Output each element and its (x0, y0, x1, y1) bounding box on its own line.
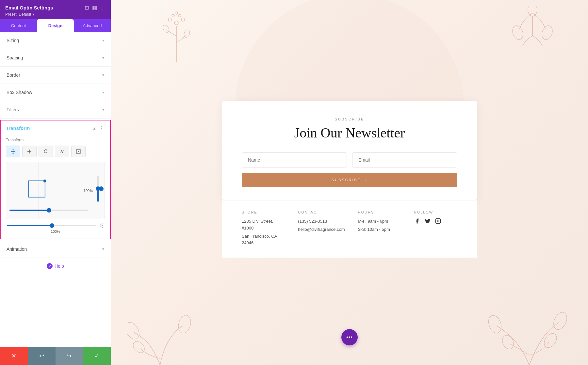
spacing-header[interactable]: Spacing ▾ (0, 49, 111, 66)
twitter-icon[interactable] (425, 218, 431, 225)
page-canvas: SUBSCRIBE Join Our Newsletter SUBSCRIBE … (111, 0, 588, 365)
border-section: Border ▾ (0, 67, 111, 84)
hours-weekend: S-S: 10am - 5pm (358, 226, 401, 233)
store-line2: San Francisco, CA 24946 (242, 233, 285, 247)
slider-x-value: 100% (84, 189, 93, 193)
svg-point-13 (162, 24, 170, 34)
footer-store: STORE 1235 Divi Street, #1000 San Franci… (242, 210, 285, 248)
form-row (242, 152, 457, 167)
transform-more-icon[interactable]: ⋮ (99, 125, 105, 131)
svg-point-18 (127, 320, 142, 341)
boxshadow-chevron: ▾ (102, 90, 104, 95)
redo-button[interactable]: ↪ (56, 347, 83, 365)
animation-header[interactable]: Animation ▾ (0, 241, 111, 258)
floral-top-left (150, 10, 203, 75)
spacing-section: Spacing ▾ (0, 49, 111, 67)
filters-header[interactable]: Filters ▾ (0, 101, 111, 118)
transform-header[interactable]: Transform ▲ ⋮ (1, 120, 110, 136)
sizing-label: Sizing (7, 38, 19, 43)
floral-bottom-right (477, 277, 581, 365)
transform-move-btn[interactable] (6, 146, 20, 157)
slider-y-value: 100% (6, 230, 105, 233)
cancel-button[interactable]: ✕ (0, 347, 28, 365)
tab-advanced[interactable]: Advanced (74, 19, 111, 32)
svg-point-24 (500, 333, 516, 351)
fab-dots: ••• (346, 335, 353, 340)
panel-scroll-area: Sizing ▾ Spacing ▾ Border ▾ Box Shadow ▾ (0, 32, 111, 365)
footer-follow: FOLLOW (414, 210, 457, 248)
svg-point-21 (551, 310, 569, 332)
border-header[interactable]: Border ▾ (0, 67, 111, 84)
transform-icon-buttons (6, 146, 105, 157)
tab-content[interactable]: Content (0, 19, 37, 32)
svg-point-20 (131, 339, 147, 355)
canvas-transform-box[interactable] (28, 180, 45, 197)
layout-icon[interactable]: ▦ (92, 5, 97, 11)
floral-top-right (503, 7, 562, 72)
footer-section: STORE 1235 Divi Street, #1000 San Franci… (222, 200, 477, 258)
transform-collapse-icon[interactable]: ▲ (92, 126, 96, 131)
transform-title: Transform (6, 125, 30, 131)
help-icon: ? (47, 263, 53, 269)
boxshadow-section: Box Shadow ▾ (0, 84, 111, 101)
social-icons (414, 218, 457, 225)
preset-selector[interactable]: Preset: Default ▾ (5, 12, 106, 17)
help-button[interactable]: ? Help (0, 258, 111, 274)
tab-design[interactable]: Design (37, 19, 74, 32)
transform-rotate-btn[interactable] (39, 146, 53, 157)
boxshadow-header[interactable]: Box Shadow ▾ (0, 84, 111, 101)
transform-skew-btn[interactable] (55, 146, 69, 157)
border-chevron: ▾ (102, 73, 104, 77)
transform-scale-btn[interactable] (22, 146, 37, 157)
store-line1: 1235 Divi Street, #1000 (242, 218, 285, 232)
bottom-action-bar: ✕ ↩ ↪ ✓ (0, 347, 111, 365)
fullscreen-icon[interactable]: ⊡ (85, 5, 89, 11)
fab-button[interactable]: ••• (341, 329, 358, 345)
panel-header-actions: ⊡ ▦ ⋮ (85, 5, 106, 11)
store-title: STORE (242, 210, 285, 214)
footer-hours: HOURS M-F: 9am - 6pm S-S: 10am - 5pm (358, 210, 401, 248)
sizing-chevron: ▾ (102, 38, 104, 43)
svg-point-15 (540, 24, 554, 41)
contact-title: CONTACT (298, 210, 345, 214)
svg-point-17 (528, 7, 537, 16)
transform-body: Transform (1, 136, 110, 239)
svg-point-9 (172, 14, 174, 17)
newsletter-card: SUBSCRIBE Join Our Newsletter SUBSCRIBE … (222, 101, 477, 200)
undo-button[interactable]: ↩ (28, 347, 56, 365)
svg-point-5 (78, 151, 79, 152)
instagram-icon[interactable] (435, 218, 441, 225)
link-values-icon[interactable]: ⛓ (99, 223, 104, 228)
sizing-header[interactable]: Sizing ▾ (0, 32, 111, 49)
svg-point-8 (181, 18, 185, 21)
transform-origin-btn[interactable] (71, 146, 86, 157)
name-input[interactable] (242, 152, 347, 167)
panel-tabs: Content Design Advanced (0, 19, 111, 32)
hours-weekdays: M-F: 9am - 6pm (358, 218, 401, 225)
svg-rect-25 (435, 218, 440, 223)
animation-chevron: ▾ (102, 247, 104, 251)
contact-email: hello@divifragrance.com (298, 226, 345, 233)
canvas-handle-dot (43, 179, 46, 182)
transform-canvas[interactable]: 100% (6, 162, 105, 219)
sizing-section: Sizing ▾ (0, 32, 111, 49)
hours-title: HOURS (358, 210, 401, 214)
floral-bottom-left (127, 283, 219, 365)
cancel-icon: ✕ (11, 352, 16, 359)
redo-icon: ↪ (67, 352, 72, 359)
panel-title: Email Optin Settings (5, 5, 53, 10)
help-label: Help (55, 263, 64, 269)
arch-decoration (235, 0, 464, 108)
svg-point-10 (178, 14, 181, 17)
border-label: Border (7, 72, 20, 78)
transform-header-actions: ▲ ⋮ (92, 125, 105, 131)
email-input[interactable] (352, 152, 457, 167)
contact-phone: (135) 523-3513 (298, 218, 345, 225)
save-button[interactable]: ✓ (83, 347, 111, 365)
subscribe-eyebrow: SUBSCRIBE (242, 117, 457, 121)
facebook-icon[interactable] (414, 218, 420, 225)
more-icon[interactable]: ⋮ (100, 5, 106, 11)
svg-point-23 (542, 331, 559, 350)
subscribe-button[interactable]: SUBSCRIBE → (242, 173, 457, 187)
follow-title: FOLLOW (414, 210, 457, 214)
